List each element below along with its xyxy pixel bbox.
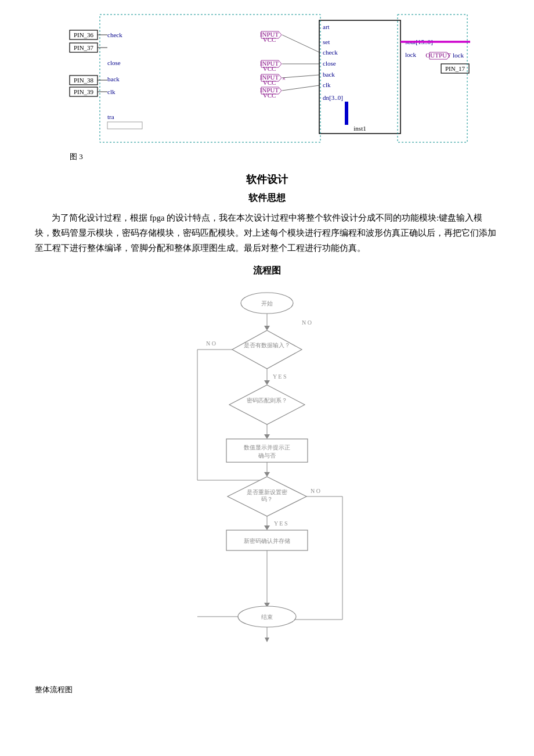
tra-label: tra xyxy=(107,113,114,120)
pin38-label: PIN_38 xyxy=(74,77,94,84)
svg-text:×: × xyxy=(282,75,286,82)
svg-text:开始: 开始 xyxy=(261,300,273,307)
pin37-label: PIN_37 xyxy=(74,44,94,51)
svg-marker-78 xyxy=(265,638,269,642)
svg-text:VCC: VCC xyxy=(263,36,276,43)
svg-text:是否有数据输入？: 是否有数据输入？ xyxy=(244,342,290,348)
svg-text:确与否: 确与否 xyxy=(258,452,276,459)
svg-line-31 xyxy=(282,35,319,52)
svg-marker-38 xyxy=(264,326,270,330)
software-thought-title: 软件思想 xyxy=(35,192,499,204)
svg-marker-50 xyxy=(229,385,305,424)
svg-rect-0 xyxy=(64,12,319,148)
check-label-left: check xyxy=(107,31,122,38)
close-label-left: close xyxy=(107,59,121,66)
svg-line-33 xyxy=(282,75,319,78)
svg-text:N O: N O xyxy=(302,319,312,326)
svg-text:Y E S: Y E S xyxy=(273,373,287,380)
back-label-left: back xyxy=(107,75,120,82)
pin36-label: PIN_36 xyxy=(74,31,94,38)
svg-rect-26 xyxy=(398,15,467,142)
figure-caption: 图 3 xyxy=(70,152,499,162)
svg-marker-43 xyxy=(264,380,270,385)
svg-marker-40 xyxy=(232,330,302,369)
svg-text:Y E S: Y E S xyxy=(274,520,288,527)
pin39-label: PIN_39 xyxy=(74,88,94,95)
svg-text:码？: 码？ xyxy=(261,496,273,502)
svg-text:VCC: VCC xyxy=(263,65,276,72)
svg-text:N O: N O xyxy=(311,488,320,494)
svg-marker-53 xyxy=(264,434,270,439)
svg-marker-58 xyxy=(264,472,270,477)
svg-line-34 xyxy=(282,85,319,91)
svg-marker-63 xyxy=(264,525,270,530)
pin17-label: PIN_17 xyxy=(445,65,466,72)
svg-text:VCC: VCC xyxy=(263,92,276,99)
svg-text:密码匹配则系？: 密码匹配则系？ xyxy=(247,397,287,404)
svg-text:数值显示并提示正: 数值显示并提示正 xyxy=(244,444,290,451)
svg-text:VCC: VCC xyxy=(263,79,276,86)
set-port: set xyxy=(323,38,330,45)
svg-rect-54 xyxy=(226,439,308,462)
figure-3-container: /* dots rendered via JS below */ PIN_36 … xyxy=(35,12,499,162)
software-body-text: 为了简化设计过程，根据 fpga 的设计特点，我在本次设计过程中将整个软件设计分… xyxy=(35,210,499,255)
clk-port: clk xyxy=(323,81,331,88)
lock-label: lock xyxy=(405,51,416,58)
art-port: art xyxy=(323,23,330,30)
check-port: check xyxy=(323,49,338,56)
clk-label-left: clk xyxy=(107,88,116,95)
software-design-title: 软件设计 xyxy=(35,172,499,186)
svg-text:新密码确认并存储: 新密码确认并存储 xyxy=(244,538,290,544)
back-port: back xyxy=(323,71,335,78)
svg-text:N O: N O xyxy=(206,340,216,347)
dn-port: dn[3..0] xyxy=(323,94,343,101)
svg-text:是否重新设置密: 是否重新设置密 xyxy=(247,489,287,495)
flowchart-caption: 整体流程图 xyxy=(35,685,499,695)
close-port: close xyxy=(323,60,336,67)
svg-rect-24 xyxy=(107,122,142,129)
inst1-label: inst1 xyxy=(353,125,366,132)
flowchart-container: 开始 N O 是否有数据输入？ Y E S N O 密码匹配则系？ 数值显示并提… xyxy=(151,283,383,678)
flowchart-title: 流程图 xyxy=(35,265,499,277)
svg-text:结束: 结束 xyxy=(261,614,273,620)
lock-right-label: lock xyxy=(453,52,464,59)
svg-text:OUTPUT: OUTPUT xyxy=(425,52,451,59)
svg-rect-19 xyxy=(345,102,348,125)
